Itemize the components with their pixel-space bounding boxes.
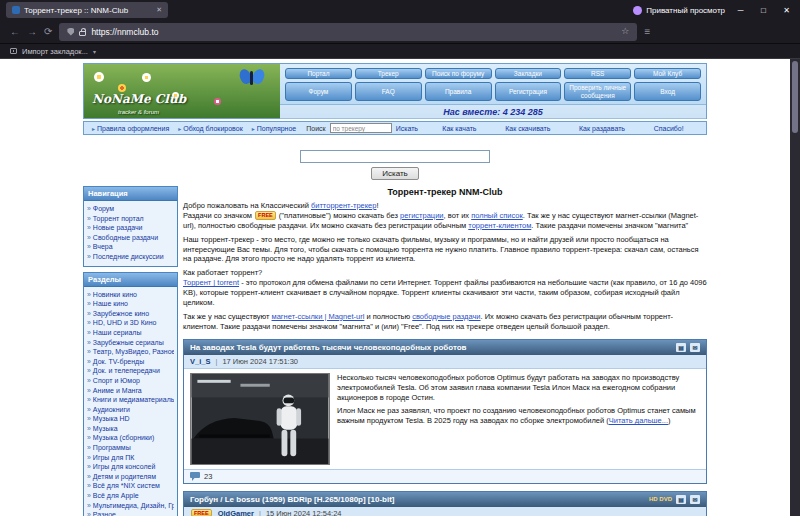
sidebar-section-link[interactable]: Док. и телепередачи: [87, 366, 174, 376]
browser-tab[interactable]: Торрент-трекер :: NNM-Club ✕: [6, 2, 168, 18]
window-close-button[interactable]: ✕: [779, 6, 794, 15]
sidebar-nav-link[interactable]: Новые раздачи: [87, 223, 174, 233]
sidebar-section-link[interactable]: HD, UHD и 3D Кино: [87, 318, 174, 328]
sidebar-section-link[interactable]: Новинки кино: [87, 290, 174, 300]
email-icon[interactable]: ✉: [690, 343, 700, 352]
topnav-link[interactable]: Обход блокировок: [178, 125, 243, 132]
topnav-link[interactable]: Как раздавать: [579, 125, 625, 132]
sidebar-section-link[interactable]: Мультимедиа, Дизайн, Графика: [87, 501, 174, 511]
header-nav-button[interactable]: Регистрация: [495, 82, 562, 101]
sidebar-section-link[interactable]: Игры для консолей: [87, 462, 174, 472]
url-field[interactable]: https://nnmclub.to ☆: [59, 23, 637, 41]
inline-link[interactable]: Читать дальше...: [609, 416, 668, 425]
private-mask-icon: [633, 6, 642, 15]
post-title[interactable]: Горбун / Le bossu (1959) BDRip [H.265/10…: [190, 495, 645, 504]
intro-paragraph: Добро пожаловать на Классический битторр…: [183, 201, 707, 211]
inline-link[interactable]: магнет-ссылки | Magnet-url: [272, 312, 365, 321]
tab-close-icon[interactable]: ✕: [156, 6, 162, 14]
post-author[interactable]: V_i_S: [190, 357, 210, 366]
page-scrollbar[interactable]: [790, 59, 800, 516]
sidebar-section-link[interactable]: Спорт и Юмор: [87, 376, 174, 386]
tracker-search-button[interactable]: Искать: [371, 167, 419, 180]
header-nav-button[interactable]: Трекер: [355, 68, 422, 79]
comments-count[interactable]: 23: [204, 472, 212, 481]
inline-link[interactable]: битторрент-трекер: [311, 201, 377, 210]
flower-icon: [94, 72, 104, 82]
back-icon[interactable]: ←: [10, 27, 20, 37]
topnav-search-input[interactable]: [330, 123, 392, 133]
sidebar-section-link[interactable]: Книги и медиаматериалы: [87, 395, 174, 405]
print-icon[interactable]: ▤: [676, 343, 686, 352]
header-nav-button[interactable]: Правила: [425, 82, 492, 101]
tabbar-right: Приватный просмотр ─ □ ✕: [633, 6, 800, 15]
sidebar-nav-link[interactable]: Торрент портал: [87, 214, 174, 224]
scrollbar-thumb[interactable]: [792, 61, 798, 133]
sidebar-section-link[interactable]: Всё для Apple: [87, 491, 174, 501]
header-nav-button[interactable]: Форум: [285, 82, 352, 101]
sidebar-section-link[interactable]: Музыка: [87, 424, 174, 434]
sidebar-section-link[interactable]: Зарубежное кино: [87, 309, 174, 319]
sidebar-section-link[interactable]: Док. TV-бренды: [87, 357, 174, 367]
intro-paragraph: Так же у нас существуют магнет-ссылки | …: [183, 312, 707, 332]
inline-link[interactable]: полный список: [471, 211, 523, 220]
post-title[interactable]: На заводах Tesla будут работать тысячи ч…: [190, 343, 672, 352]
topnav-link[interactable]: Как скачивать: [505, 125, 550, 132]
lock-icon[interactable]: [79, 31, 86, 36]
shield-icon[interactable]: [67, 28, 74, 36]
topnav-link[interactable]: Правила оформления: [92, 125, 169, 132]
bookmark-star-icon[interactable]: ☆: [621, 27, 629, 36]
inline-link[interactable]: торрент-клиентом: [468, 221, 531, 230]
header-nav-button[interactable]: Портал: [285, 68, 352, 79]
tracker-search-input[interactable]: [300, 150, 490, 163]
post-footer: 23: [184, 469, 706, 483]
reload-icon[interactable]: ⟳: [44, 27, 52, 37]
sidebar-section-link[interactable]: Игры для ПК: [87, 453, 174, 463]
topnav-link[interactable]: Спасибо!: [654, 125, 684, 132]
sidebar-nav-link[interactable]: Вчера: [87, 242, 174, 252]
print-icon[interactable]: ▤: [676, 495, 686, 504]
sidebar-section-link[interactable]: Зарубежные сериалы: [87, 338, 174, 348]
sidebar-section-link[interactable]: Программы: [87, 443, 174, 453]
forward-icon[interactable]: →: [27, 27, 37, 37]
header-nav-button[interactable]: Проверить личные сообщения: [564, 82, 631, 101]
window-maximize-button[interactable]: □: [756, 6, 771, 15]
header-nav-button[interactable]: Мой Клуб: [634, 68, 701, 79]
sidebar-section-link[interactable]: Всё для *NIX систем: [87, 481, 174, 491]
header-nav-button[interactable]: Закладки: [495, 68, 562, 79]
inline-link[interactable]: Торрент | torrent: [183, 278, 239, 287]
sidebar-section-link[interactable]: Музыка (сборники): [87, 433, 174, 443]
topnav-link[interactable]: Как качать: [442, 125, 476, 132]
sidebar-section-link[interactable]: Детям и родителям: [87, 472, 174, 482]
inline-link[interactable]: свободные раздачи: [412, 312, 480, 321]
sidebar-section-link[interactable]: Аудиокниги: [87, 405, 174, 415]
post-date: 17 Июн 2024 17:51:30: [222, 357, 298, 366]
header-nav-button[interactable]: Вход: [634, 82, 701, 101]
sidebar-section-link[interactable]: Наши сериалы: [87, 328, 174, 338]
url-text[interactable]: https://nnmclub.to: [91, 27, 616, 37]
sidebar-section-link[interactable]: Музыка HD: [87, 414, 174, 424]
window-minimize-button[interactable]: ─: [733, 6, 748, 15]
site-logo[interactable]: NoNaMe Club tracker & forum: [84, 64, 280, 118]
free-badge: FREE: [255, 211, 276, 220]
sidebar-nav-link[interactable]: Последние дискуссии: [87, 252, 174, 262]
sidebar-section-link[interactable]: Разное: [87, 510, 174, 516]
comments-icon[interactable]: [190, 472, 200, 481]
sidebar-section-link[interactable]: Аниме и Манга: [87, 386, 174, 396]
header-nav-button[interactable]: Поиск по форуму: [425, 68, 492, 79]
header-nav-button[interactable]: RSS: [564, 68, 631, 79]
menu-icon[interactable]: ≡: [644, 27, 650, 37]
private-browsing-label: Приватный просмотр: [646, 6, 725, 15]
topnav-link[interactable]: Популярное: [252, 125, 297, 132]
sidebar-section-link[interactable]: Театр, МузВидео, Разное: [87, 347, 174, 357]
sidebar-nav-link[interactable]: Форум: [87, 204, 174, 214]
import-bookmarks-label[interactable]: Импорт закладок...: [22, 47, 88, 56]
chevron-down-icon[interactable]: ▾: [93, 48, 96, 55]
inline-link[interactable]: регистрации: [400, 211, 443, 220]
tab-title: Торрент-трекер :: NNM-Club: [24, 6, 152, 15]
sidebar-nav-link[interactable]: Свободные раздачи: [87, 233, 174, 243]
topnav-search-go[interactable]: Искать: [396, 125, 418, 132]
post-author[interactable]: OldGamer: [218, 509, 254, 516]
sidebar-section-link[interactable]: Наше кино: [87, 299, 174, 309]
header-nav-button[interactable]: FAQ: [355, 82, 422, 101]
email-icon[interactable]: ✉: [690, 495, 700, 504]
